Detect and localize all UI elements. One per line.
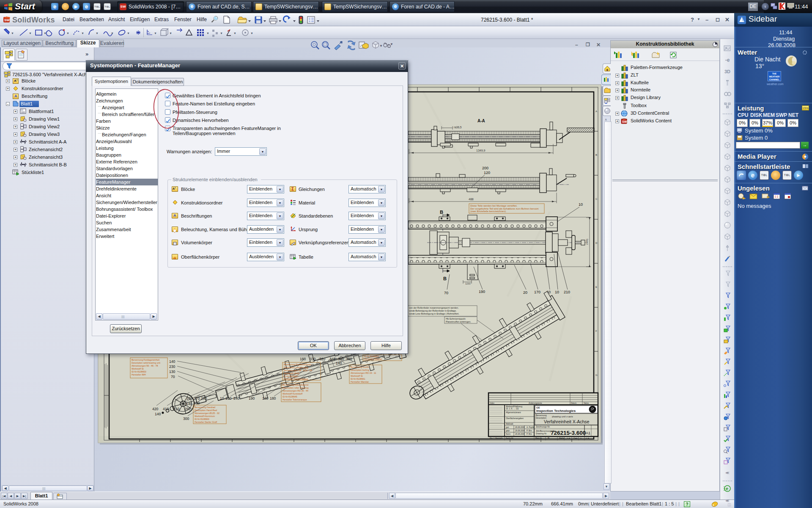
svg-text:Description solid bearing uni: Description solid bearing unit [132,362,161,364]
svg-text:Abmessungen 58 - 63,6 - 64: Abmessungen 58 - 63,6 - 64 [284,369,312,372]
svg-text:A1: A1 [586,431,590,435]
svg-text:140: 140 [169,359,175,364]
svg-text:Maßstab: Maßstab [506,423,513,425]
svg-text:Hersteller Telemeranque: Hersteller Telemeranque [284,378,308,380]
svg-text:260: 260 [187,396,192,400]
svg-text:Fertig-Nr.: Fertig-Nr. [506,437,514,439]
svg-text:ID-Nr 8108653: ID-Nr 8108653 [132,370,146,373]
svg-text:190: 190 [479,290,485,294]
svg-text:SW: SW [622,120,627,123]
svg-text:390: 390 [338,357,344,361]
svg-text:Hersteller Marelan: Hersteller Marelan [364,358,382,360]
svg-text:200: 200 [482,166,488,170]
svg-text:190: 190 [249,396,255,400]
svg-text:B: B [443,276,447,281]
svg-text:140: 140 [186,402,192,406]
svg-text:70: 70 [444,291,448,295]
svg-text:▼: ▼ [96,32,99,35]
svg-text:26.08.2008: 26.08.2008 [515,426,525,428]
svg-text:Allgemeintoleranz: Allgemeintoleranz [506,411,521,414]
svg-text:Hersteller Marelan: Hersteller Marelan [351,381,369,383]
svg-text:Werkstoff Kunststoff: Werkstoff Kunststoff [283,392,303,395]
svg-text:Abmessungen RD 35 - 44: Abmessungen RD 35 - 44 [283,389,308,392]
svg-text:726215-3.600: 726215-3.600 [551,430,586,436]
svg-text:320: 320 [319,357,325,361]
svg-text:drawing unit x-axis: drawing unit x-axis [552,415,573,418]
svg-text:SW: SW [4,18,10,22]
svg-text:▼: ▼ [220,32,223,35]
svg-text:290: 290 [184,407,190,411]
svg-text:▼: ▼ [233,32,236,35]
svg-text:▼: ▼ [44,32,47,35]
svg-text:Benennung Positionierfeder: Benennung Positionierfeder [284,363,312,366]
svg-text:Werkstoff (4H4): Werkstoff (4H4) [284,372,299,375]
svg-text:240: 240 [233,396,239,400]
svg-text:380: 380 [346,357,352,361]
svg-text:D: D [595,242,598,244]
svg-text:Datum: Datum [571,402,577,404]
svg-text:Planetmuffen anbringen.: Planetmuffen anbringen. [446,320,471,323]
svg-text:B: B [595,154,597,156]
svg-text:▼: ▼ [66,32,69,35]
svg-text:Description position plug: Description position plug [284,366,308,369]
svg-text:A. Poplik: A. Poplik [527,426,535,428]
svg-text:e: e [726,486,728,491]
svg-text:F: F [595,330,597,332]
svg-text:Benennung Handrad: Benennung Handrad [195,406,215,409]
svg-text:▼: ▼ [11,32,14,35]
svg-text:330: 330 [310,357,315,361]
svg-text:(zwei Einzelteile kennzeichnen: (zwei Einzelteile kennzeichnen). [470,210,507,213]
svg-text:140: 140 [336,361,342,365]
svg-text:Hb-Schmiernippeln: Hb-Schmiernippeln [446,318,466,320]
svg-text:140: 140 [262,396,268,400]
svg-text:26.08.2008: 26.08.2008 [515,433,525,435]
svg-text:Hersteller Danfer Groff: Hersteller Danfer Groff [195,421,217,423]
svg-text:10: 10 [220,396,224,400]
svg-text:410: 410 [163,407,169,411]
svg-text:▼: ▼ [111,32,114,35]
svg-text:vorab Befestigung der Rollenf: vorab Befestigung der Rollenfeder in End… [409,309,457,312]
svg-text:ID-Nr 8108645: ID-Nr 8108645 [283,395,297,398]
svg-text:ID-Nr 8108661: ID-Nr 8108661 [351,378,365,380]
svg-text:10: 10 [555,290,559,294]
svg-text:Abmessungen 56 - 46 - 78: Abmessungen 56 - 46 - 78 [132,364,158,367]
svg-text:Hersteller IMH: Hersteller IMH [132,373,146,376]
svg-text:150: 150 [225,396,231,400]
svg-text:Blatt-Nr.: Blatt-Nr. [535,437,542,439]
svg-text:1349,9: 1349,9 [476,149,486,152]
svg-text:Description Hand-Reel: Description Hand-Reel [195,409,217,411]
svg-text:gez.: gez. [506,426,510,428]
svg-text:Diese Teile werden bei Montage: Diese Teile werden bei Montage verstifte… [470,204,518,207]
svg-text:Norm: Norm [506,433,510,435]
svg-text:Werkstoff Aluminium: Werkstoff Aluminium [195,415,215,417]
svg-text:P. Brix: P. Brix [527,430,532,432]
svg-text:1 — 1.5: 1 — 1.5 [580,437,590,440]
svg-text:▼: ▼ [250,32,253,35]
svg-text:130: 130 [169,370,175,374]
svg-text:E: E [595,286,597,288]
svg-text:15, 1, 8, ..., 111: 15, 1, 8, ..., 111 [506,408,519,410]
svg-text:B: B [440,210,443,215]
svg-text:▼: ▼ [169,32,172,35]
svg-text:A: A [595,110,597,113]
svg-text:C: C [595,198,598,200]
svg-text:Description burling: Description burling [351,369,369,371]
svg-text:Ers. f. Herstellg.: Ers. f. Herstellg. [490,437,503,439]
svg-text:300: 300 [183,417,189,421]
svg-text:G: G [595,374,598,376]
svg-text:Benennung Rollenfederrei: Benennung Rollenfederrei [283,384,309,386]
svg-text:Inspection Technologies: Inspection Technologies [536,409,576,413]
svg-text:Abmessungen RD 19 - 11: Abmessungen RD 19 - 11 [351,372,376,374]
svg-text:1233: 1233 [465,282,470,285]
svg-text:von der Rollenfeder zusammenge: von der Rollenfeder zusammengesperrt wer… [409,306,459,309]
svg-text:gepr.: gepr. [506,430,510,432]
svg-text:340: 340 [329,357,335,361]
svg-text:Oberflächenangaben: Oberflächenangaben [506,417,524,420]
svg-text:310: 310 [173,407,179,411]
svg-text:270: 270 [194,396,200,400]
svg-text:Werkstoff St: Werkstoff St [351,375,363,377]
svg-text:180: 180 [270,396,276,400]
svg-text:10: 10 [579,202,583,207]
svg-text:(488): (488) [586,239,588,245]
svg-text:20: 20 [523,290,527,295]
